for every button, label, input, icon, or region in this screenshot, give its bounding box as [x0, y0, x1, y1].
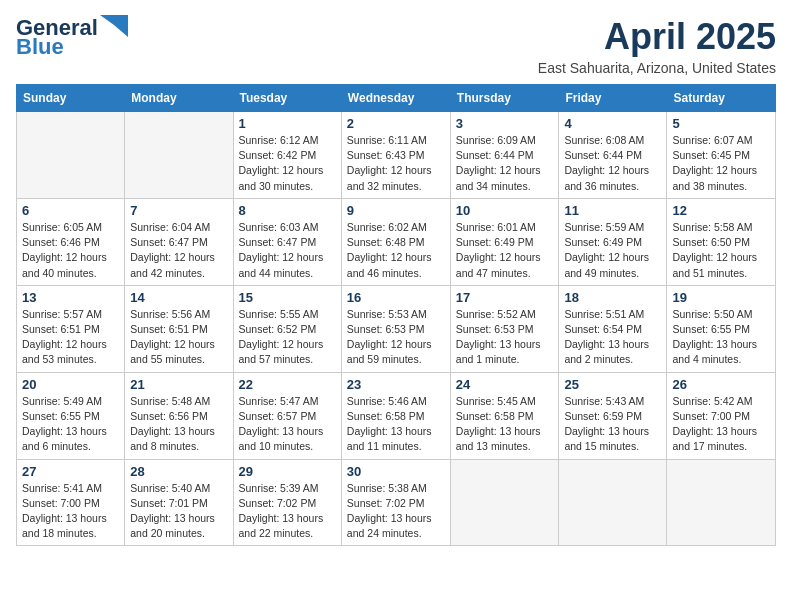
day-info: Sunrise: 5:38 AMSunset: 7:02 PMDaylight:… — [347, 481, 445, 542]
calendar-cell: 12Sunrise: 5:58 AMSunset: 6:50 PMDayligh… — [667, 198, 776, 285]
month-title: April 2025 — [538, 16, 776, 58]
day-number: 19 — [672, 290, 770, 305]
calendar-cell — [667, 459, 776, 546]
col-header-tuesday: Tuesday — [233, 85, 341, 112]
day-number: 5 — [672, 116, 770, 131]
day-info: Sunrise: 5:47 AMSunset: 6:57 PMDaylight:… — [239, 394, 336, 455]
col-header-wednesday: Wednesday — [341, 85, 450, 112]
calendar-cell — [559, 459, 667, 546]
location-title: East Sahuarita, Arizona, United States — [538, 60, 776, 76]
calendar-cell: 9Sunrise: 6:02 AMSunset: 6:48 PMDaylight… — [341, 198, 450, 285]
day-number: 6 — [22, 203, 119, 218]
calendar-cell: 20Sunrise: 5:49 AMSunset: 6:55 PMDayligh… — [17, 372, 125, 459]
day-info: Sunrise: 6:03 AMSunset: 6:47 PMDaylight:… — [239, 220, 336, 281]
day-info: Sunrise: 5:43 AMSunset: 6:59 PMDaylight:… — [564, 394, 661, 455]
calendar-cell: 22Sunrise: 5:47 AMSunset: 6:57 PMDayligh… — [233, 372, 341, 459]
calendar-cell: 27Sunrise: 5:41 AMSunset: 7:00 PMDayligh… — [17, 459, 125, 546]
day-info: Sunrise: 5:41 AMSunset: 7:00 PMDaylight:… — [22, 481, 119, 542]
day-number: 12 — [672, 203, 770, 218]
day-number: 7 — [130, 203, 227, 218]
calendar-cell: 23Sunrise: 5:46 AMSunset: 6:58 PMDayligh… — [341, 372, 450, 459]
calendar-cell — [125, 112, 233, 199]
day-info: Sunrise: 5:52 AMSunset: 6:53 PMDaylight:… — [456, 307, 554, 368]
day-number: 30 — [347, 464, 445, 479]
week-row-3: 13Sunrise: 5:57 AMSunset: 6:51 PMDayligh… — [17, 285, 776, 372]
day-info: Sunrise: 5:49 AMSunset: 6:55 PMDaylight:… — [22, 394, 119, 455]
calendar-cell: 26Sunrise: 5:42 AMSunset: 7:00 PMDayligh… — [667, 372, 776, 459]
calendar-cell: 29Sunrise: 5:39 AMSunset: 7:02 PMDayligh… — [233, 459, 341, 546]
calendar-cell: 28Sunrise: 5:40 AMSunset: 7:01 PMDayligh… — [125, 459, 233, 546]
col-header-saturday: Saturday — [667, 85, 776, 112]
day-number: 10 — [456, 203, 554, 218]
calendar-cell: 1Sunrise: 6:12 AMSunset: 6:42 PMDaylight… — [233, 112, 341, 199]
day-info: Sunrise: 6:09 AMSunset: 6:44 PMDaylight:… — [456, 133, 554, 194]
calendar-cell — [17, 112, 125, 199]
day-number: 13 — [22, 290, 119, 305]
day-info: Sunrise: 6:04 AMSunset: 6:47 PMDaylight:… — [130, 220, 227, 281]
calendar-cell: 21Sunrise: 5:48 AMSunset: 6:56 PMDayligh… — [125, 372, 233, 459]
week-row-5: 27Sunrise: 5:41 AMSunset: 7:00 PMDayligh… — [17, 459, 776, 546]
calendar-cell: 15Sunrise: 5:55 AMSunset: 6:52 PMDayligh… — [233, 285, 341, 372]
calendar-cell: 30Sunrise: 5:38 AMSunset: 7:02 PMDayligh… — [341, 459, 450, 546]
logo: General Blue — [16, 16, 128, 58]
day-number: 4 — [564, 116, 661, 131]
day-number: 1 — [239, 116, 336, 131]
week-row-4: 20Sunrise: 5:49 AMSunset: 6:55 PMDayligh… — [17, 372, 776, 459]
day-number: 18 — [564, 290, 661, 305]
day-info: Sunrise: 5:45 AMSunset: 6:58 PMDaylight:… — [456, 394, 554, 455]
day-number: 20 — [22, 377, 119, 392]
calendar-cell: 5Sunrise: 6:07 AMSunset: 6:45 PMDaylight… — [667, 112, 776, 199]
day-number: 9 — [347, 203, 445, 218]
day-info: Sunrise: 5:55 AMSunset: 6:52 PMDaylight:… — [239, 307, 336, 368]
day-info: Sunrise: 6:02 AMSunset: 6:48 PMDaylight:… — [347, 220, 445, 281]
day-info: Sunrise: 5:51 AMSunset: 6:54 PMDaylight:… — [564, 307, 661, 368]
col-header-monday: Monday — [125, 85, 233, 112]
logo-icon — [100, 15, 128, 37]
day-number: 2 — [347, 116, 445, 131]
calendar-cell: 13Sunrise: 5:57 AMSunset: 6:51 PMDayligh… — [17, 285, 125, 372]
day-info: Sunrise: 5:39 AMSunset: 7:02 PMDaylight:… — [239, 481, 336, 542]
logo-blue-text: Blue — [16, 36, 64, 58]
title-area: April 2025 East Sahuarita, Arizona, Unit… — [538, 16, 776, 76]
calendar-cell: 25Sunrise: 5:43 AMSunset: 6:59 PMDayligh… — [559, 372, 667, 459]
day-info: Sunrise: 6:11 AMSunset: 6:43 PMDaylight:… — [347, 133, 445, 194]
calendar-cell: 2Sunrise: 6:11 AMSunset: 6:43 PMDaylight… — [341, 112, 450, 199]
day-info: Sunrise: 5:59 AMSunset: 6:49 PMDaylight:… — [564, 220, 661, 281]
day-info: Sunrise: 5:50 AMSunset: 6:55 PMDaylight:… — [672, 307, 770, 368]
calendar-cell: 8Sunrise: 6:03 AMSunset: 6:47 PMDaylight… — [233, 198, 341, 285]
day-info: Sunrise: 6:07 AMSunset: 6:45 PMDaylight:… — [672, 133, 770, 194]
day-number: 15 — [239, 290, 336, 305]
day-number: 29 — [239, 464, 336, 479]
day-info: Sunrise: 6:01 AMSunset: 6:49 PMDaylight:… — [456, 220, 554, 281]
day-info: Sunrise: 5:56 AMSunset: 6:51 PMDaylight:… — [130, 307, 227, 368]
day-info: Sunrise: 5:58 AMSunset: 6:50 PMDaylight:… — [672, 220, 770, 281]
day-info: Sunrise: 6:05 AMSunset: 6:46 PMDaylight:… — [22, 220, 119, 281]
calendar-cell: 16Sunrise: 5:53 AMSunset: 6:53 PMDayligh… — [341, 285, 450, 372]
col-header-friday: Friday — [559, 85, 667, 112]
day-number: 24 — [456, 377, 554, 392]
calendar-header-row: SundayMondayTuesdayWednesdayThursdayFrid… — [17, 85, 776, 112]
week-row-2: 6Sunrise: 6:05 AMSunset: 6:46 PMDaylight… — [17, 198, 776, 285]
day-number: 16 — [347, 290, 445, 305]
day-info: Sunrise: 6:12 AMSunset: 6:42 PMDaylight:… — [239, 133, 336, 194]
day-info: Sunrise: 5:42 AMSunset: 7:00 PMDaylight:… — [672, 394, 770, 455]
calendar-cell: 11Sunrise: 5:59 AMSunset: 6:49 PMDayligh… — [559, 198, 667, 285]
day-number: 22 — [239, 377, 336, 392]
calendar-cell: 4Sunrise: 6:08 AMSunset: 6:44 PMDaylight… — [559, 112, 667, 199]
week-row-1: 1Sunrise: 6:12 AMSunset: 6:42 PMDaylight… — [17, 112, 776, 199]
day-number: 11 — [564, 203, 661, 218]
day-info: Sunrise: 6:08 AMSunset: 6:44 PMDaylight:… — [564, 133, 661, 194]
day-number: 28 — [130, 464, 227, 479]
svg-marker-0 — [100, 15, 128, 37]
day-number: 23 — [347, 377, 445, 392]
day-info: Sunrise: 5:57 AMSunset: 6:51 PMDaylight:… — [22, 307, 119, 368]
day-number: 17 — [456, 290, 554, 305]
col-header-thursday: Thursday — [450, 85, 559, 112]
calendar-cell: 14Sunrise: 5:56 AMSunset: 6:51 PMDayligh… — [125, 285, 233, 372]
day-number: 8 — [239, 203, 336, 218]
calendar-cell: 6Sunrise: 6:05 AMSunset: 6:46 PMDaylight… — [17, 198, 125, 285]
day-number: 26 — [672, 377, 770, 392]
page-header: General Blue April 2025 East Sahuarita, … — [16, 16, 776, 76]
day-info: Sunrise: 5:48 AMSunset: 6:56 PMDaylight:… — [130, 394, 227, 455]
day-info: Sunrise: 5:53 AMSunset: 6:53 PMDaylight:… — [347, 307, 445, 368]
